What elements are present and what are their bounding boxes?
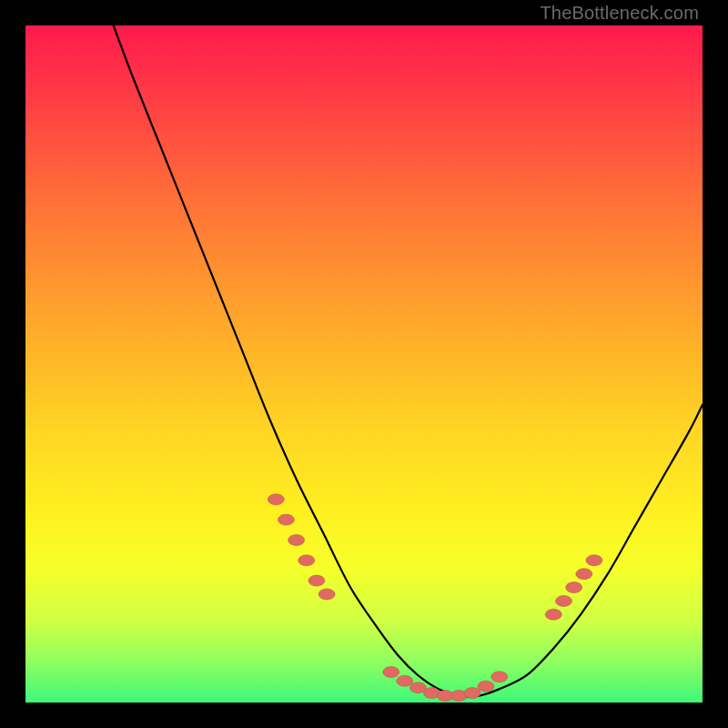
curve-marker [268,494,284,505]
curve-marker [555,595,571,606]
curve-marker [318,589,335,600]
curve-marker [298,555,315,566]
marker-cluster-right [545,555,602,621]
curve-marker [491,672,508,682]
curve-marker [464,688,480,699]
curve-marker [383,667,399,678]
chart-svg [25,25,703,703]
chart-frame [25,25,703,703]
curve-marker [397,675,413,686]
curve-marker [545,609,561,620]
curve-marker [478,681,494,692]
watermark-text: TheBottleneck.com [540,4,699,22]
curve-marker [278,514,294,525]
curve-marker [576,569,592,580]
curve-marker [288,534,305,545]
curve-marker [566,582,582,593]
curve-marker [308,575,325,586]
marker-cluster-left [268,494,335,600]
curve-marker [586,555,602,566]
marker-cluster-valley [383,667,508,702]
bottleneck-curve [114,25,703,696]
